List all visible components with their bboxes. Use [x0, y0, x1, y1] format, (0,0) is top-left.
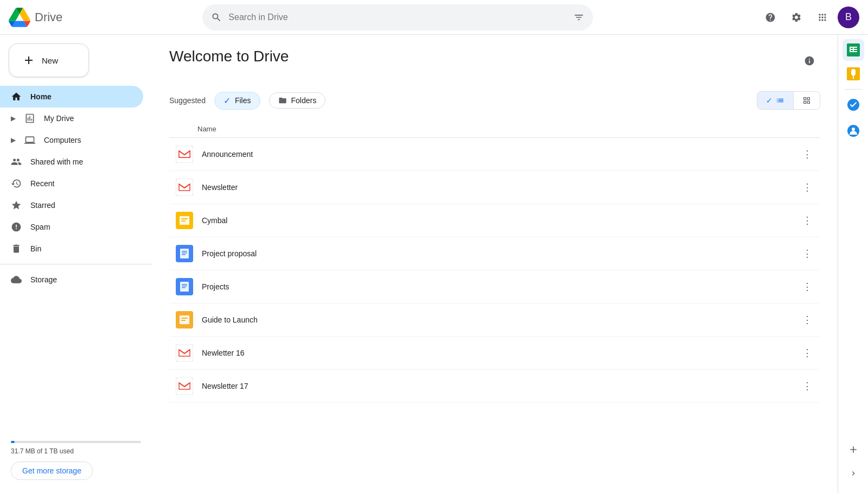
add-button[interactable] [843, 439, 864, 460]
get-storage-button[interactable]: Get more storage [11, 462, 93, 480]
grid-icon [802, 96, 811, 105]
storage-text: 31.7 MB of 1 TB used [11, 447, 141, 455]
gmail-icon [176, 146, 193, 163]
main-layout: New Home ▶ My Drive ▶ Computers [0, 35, 868, 493]
filter-files-button[interactable]: ✓ Files [214, 92, 260, 110]
filter-folders-button[interactable]: Folders [269, 92, 326, 109]
logo-area[interactable]: Drive [9, 7, 117, 28]
file-name: Cymbal [202, 216, 799, 225]
sidebar-item-bin[interactable]: Bin [0, 238, 143, 260]
svg-rect-5 [181, 218, 188, 219]
sidebar-item-computers[interactable]: ▶ Computers [0, 129, 143, 151]
sidebar: New Home ▶ My Drive ▶ Computers [0, 35, 152, 493]
file-icon-newsletter-17 [174, 375, 195, 397]
sidebar-item-spam[interactable]: Spam [0, 216, 143, 238]
column-header: Name [169, 121, 820, 138]
sidebar-item-recent[interactable]: Recent [0, 173, 143, 194]
check-list-icon: ✓ [766, 96, 773, 105]
info-button[interactable] [799, 50, 820, 72]
logo-text: Drive [35, 10, 62, 24]
new-plus-icon [22, 54, 35, 67]
docs-icon [176, 278, 193, 295]
svg-rect-8 [180, 249, 189, 258]
storage-bar-fill [11, 441, 15, 443]
table-row[interactable]: Cymbal ⋮ [169, 204, 820, 237]
grid-view-button[interactable] [794, 92, 820, 109]
svg-rect-20 [181, 320, 186, 321]
main-content: Welcome to Drive Suggested ✓ Files Folde… [152, 35, 838, 493]
svg-rect-15 [182, 286, 187, 287]
svg-rect-9 [182, 251, 187, 252]
file-name: Newsletter [202, 183, 799, 192]
table-row[interactable]: Guide to Launch ⋮ [169, 304, 820, 337]
sidebar-item-shared-with-me[interactable]: Shared with me [0, 151, 143, 173]
more-options-button[interactable]: ⋮ [799, 278, 816, 295]
file-name: Projects [202, 282, 799, 291]
apps-button[interactable] [812, 7, 833, 28]
my-drive-icon [24, 113, 35, 124]
chevron-my-drive-icon: ▶ [11, 115, 16, 122]
table-row[interactable]: Project proposal ⋮ [169, 237, 820, 270]
header: Drive B [0, 0, 868, 35]
sidebar-item-my-drive[interactable]: ▶ My Drive [0, 108, 143, 129]
table-row[interactable]: Newsletter 17 ⋮ [169, 370, 820, 403]
new-button[interactable]: New [9, 43, 89, 77]
file-icon-project-proposal [174, 243, 195, 264]
table-row[interactable]: Announcement ⋮ [169, 138, 820, 171]
view-toggle: ✓ [757, 91, 820, 110]
bin-icon [11, 243, 22, 254]
storage-bar [11, 441, 141, 443]
starred-icon [11, 200, 22, 211]
folder-icon [278, 96, 287, 105]
settings-button[interactable] [786, 7, 807, 28]
sidebar-item-starred[interactable]: Starred [0, 194, 143, 216]
svg-rect-19 [181, 318, 188, 319]
home-icon [11, 91, 22, 102]
avatar-button[interactable]: B [838, 7, 859, 28]
more-options-button[interactable]: ⋮ [799, 311, 816, 328]
file-list: Announcement ⋮ Newsletter ⋮ [169, 138, 820, 403]
nav-divider [0, 264, 152, 264]
gmail-icon [176, 179, 193, 196]
more-options-button[interactable]: ⋮ [799, 245, 816, 262]
sheets-button[interactable] [843, 39, 864, 61]
table-row[interactable]: Newletter 16 ⋮ [169, 337, 820, 370]
keep-button[interactable] [843, 63, 864, 85]
sidebar-item-storage[interactable]: Storage [0, 269, 143, 290]
more-options-button[interactable]: ⋮ [799, 179, 816, 196]
more-options-button[interactable]: ⋮ [799, 344, 816, 362]
svg-rect-30 [853, 77, 854, 79]
sidebar-item-home[interactable]: Home [0, 86, 143, 108]
file-name: Project proposal [202, 249, 799, 258]
gmail-icon [176, 344, 193, 362]
drive-logo-icon [9, 7, 30, 28]
slides-icon [176, 212, 193, 229]
file-icon-cymbal [174, 210, 195, 231]
contacts-button[interactable] [843, 120, 864, 142]
table-row[interactable]: Projects ⋮ [169, 270, 820, 304]
more-options-button[interactable]: ⋮ [799, 377, 816, 395]
slides-yellow-icon [176, 311, 193, 328]
more-options-button[interactable]: ⋮ [799, 212, 816, 229]
search-filter-icon[interactable] [573, 12, 584, 23]
page-title: Welcome to Drive [169, 48, 289, 65]
file-name: Newsletter 17 [202, 382, 799, 390]
more-options-button[interactable]: ⋮ [799, 146, 816, 163]
svg-rect-16 [182, 287, 186, 288]
list-view-button[interactable]: ✓ [757, 92, 794, 109]
chevron-computers-icon: ▶ [11, 136, 16, 144]
svg-point-33 [852, 128, 855, 131]
file-icon-newsletter [174, 176, 195, 198]
search-input[interactable] [228, 12, 567, 22]
shared-icon [11, 156, 22, 167]
storage-section: 31.7 MB of 1 TB used Get more storage [0, 432, 152, 489]
file-icon-guide-to-launch [174, 309, 195, 331]
list-icon [776, 96, 784, 105]
svg-rect-11 [182, 254, 186, 255]
right-sidebar [838, 35, 868, 493]
help-button[interactable] [760, 7, 781, 28]
table-row[interactable]: Newsletter ⋮ [169, 171, 820, 204]
right-expand-button[interactable] [843, 463, 864, 484]
tasks-button[interactable] [843, 94, 864, 116]
sheets-icon [847, 43, 860, 56]
